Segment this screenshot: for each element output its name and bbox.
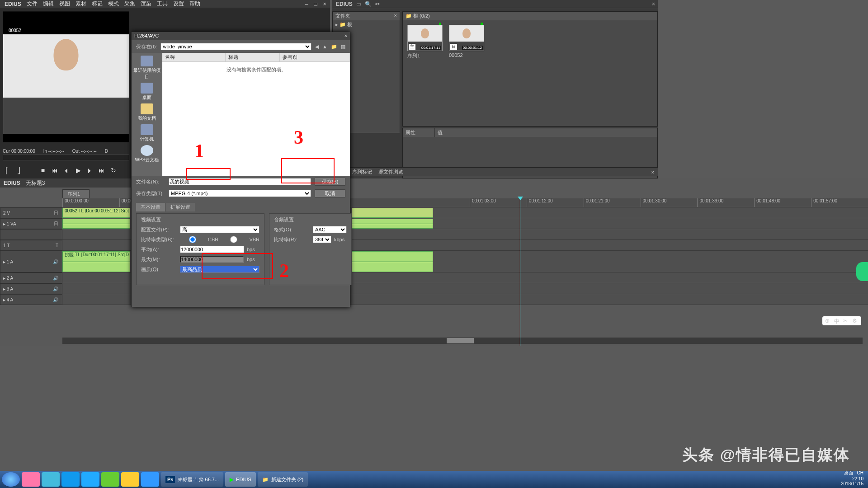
tab-src-browse[interactable]: 源文件浏览 [378,169,403,175]
folder-root[interactable]: ▸ 📁 根 [333,20,400,29]
pinned-app[interactable] [22,472,40,487]
place-recent[interactable]: 最近使用的项目 [132,56,162,80]
dock-icon[interactable]: 中 [834,318,840,324]
up-icon[interactable]: ▲ [322,44,327,49]
watermark: 头条 @情非得已自媒体 [682,445,850,465]
close-icon[interactable]: × [394,13,397,19]
place-cloud[interactable]: WPS云文档 [135,145,159,163]
scrub-bar[interactable] [3,154,129,160]
filetype-select[interactable]: MPEG-4 (*.mp4) [169,190,311,197]
step-fwd-icon[interactable]: ⏵ [86,167,94,174]
menu-capture[interactable]: 采集 [124,0,135,8]
step-back-icon[interactable]: ⏴ [62,167,71,174]
empty-message: 没有与搜索条件匹配的项。 [162,62,350,73]
video-clip[interactable]: 00052 TL [Dur:00:00:51:12] Src[ [62,208,130,218]
tab-basic[interactable]: 基本设置 [136,203,165,211]
tool-icon[interactable]: ✂ [375,1,380,7]
project-title: 无标题3 [26,179,45,187]
dialog-title: H.264/AVC [134,33,159,39]
taskbar: Ps未标题-1 @ 66.7... ▶EDIUS 📁新建文件夹 (2) 桌面 C… [0,471,868,488]
place-desktop[interactable]: 桌面 [141,83,153,101]
search-icon[interactable]: 🔍 [365,1,372,7]
file-list[interactable]: 名称 标题 参与创 没有与搜索条件匹配的项。 [162,53,350,176]
task-edius[interactable]: ▶EDIUS [225,472,256,487]
start-button[interactable] [2,472,20,487]
dock-icon[interactable]: ✂ [843,318,849,324]
h-scrollbar[interactable] [62,338,863,344]
pinned-app[interactable] [61,472,80,487]
audio-clip[interactable] [62,219,130,229]
side-widget[interactable] [856,262,868,281]
audio-clip[interactable]: 挑匿 TL [Dur:00:01:17:11] Src[D [62,251,130,272]
pinned-app[interactable] [101,472,119,487]
back-icon[interactable]: ◀ [315,44,319,50]
mark-in-icon[interactable]: ⎡ [3,167,11,174]
close-icon[interactable]: × [652,1,655,7]
audio-clip[interactable] [352,251,433,272]
dock-icon[interactable]: ⚙ [852,318,859,324]
col-part[interactable]: 参与创 [280,53,350,61]
menu-mode[interactable]: 模式 [108,0,119,8]
play-icon[interactable]: ▶ [74,167,82,174]
edius-bin-window: EDIUS ▭ 🔍 ✂ × 文件夹× ▸ 📁 根 📁 根 (0/2) 主00:0… [332,0,658,178]
col-name[interactable]: 名称 [162,53,226,61]
close-icon[interactable]: × [321,1,328,7]
vbr-radio[interactable] [221,236,246,243]
stop-icon[interactable]: ■ [39,167,47,174]
filetype-label: 保存类型(T): [136,190,165,197]
menu-edit[interactable]: 编辑 [43,0,54,8]
dock-icon[interactable]: ⊕ [825,318,831,324]
tab-extended[interactable]: 扩展设置 [166,203,195,211]
cbr-radio[interactable] [180,236,205,243]
maximize-icon[interactable]: □ [312,1,319,7]
video-clip[interactable] [352,208,433,218]
system-tray[interactable]: 桌面 CH 22:102018/11/15 [841,470,863,486]
menu-view[interactable]: 视图 [59,0,70,8]
prop-col-val: 值 [434,128,657,137]
avg-bitrate-input[interactable] [180,246,244,253]
pinned-app[interactable] [42,472,60,487]
sequence-tab[interactable]: 序列1 [62,189,90,199]
menu-file[interactable]: 文件 [27,0,38,8]
audio-bitrate-select[interactable]: 384 [313,236,331,243]
menu-settings[interactable]: 设置 [173,0,184,8]
menu-clip[interactable]: 素材 [75,0,86,8]
mark-out-icon[interactable]: ⎦ [14,167,23,174]
cancel-button[interactable]: 取消 [315,189,345,197]
bin-item-label: 00052 [449,51,484,58]
close-icon[interactable]: × [651,169,654,175]
menu-help[interactable]: 帮助 [189,0,200,8]
bin-item[interactable]: 主00:01:17;11 序列1 [407,25,443,59]
menu-render[interactable]: 渲染 [141,0,151,8]
rewind-icon[interactable]: ⏮ [51,167,59,174]
bin-item[interactable]: 日00:00:51;12 00052 [449,25,484,59]
profile-select[interactable]: 高 [180,226,259,233]
annotation-box-3 [281,158,335,183]
settings-dock[interactable]: ⊕中✂⚙ [822,316,861,325]
new-folder-icon[interactable]: 📁 [331,44,337,50]
col-title[interactable]: 标题 [226,53,280,61]
loop-icon[interactable]: ↻ [109,167,118,174]
ffwd-icon[interactable]: ⏭ [98,167,106,174]
annotation-box-2 [202,253,273,279]
save-folder-select[interactable]: wode_yinyue [160,43,311,50]
task-photoshop[interactable]: Ps未标题-1 @ 66.7... [161,472,223,487]
place-documents[interactable]: 我的文档 [138,103,156,122]
folder-icon[interactable]: ▭ [356,1,361,7]
view-icon[interactable]: ▦ [341,44,345,50]
audio-clip[interactable] [352,219,433,229]
close-icon[interactable]: × [344,33,347,39]
place-computer[interactable]: 计算机 [140,124,154,142]
pinned-app[interactable] [141,472,159,487]
audio-format-select[interactable]: AAC [313,226,347,233]
pinned-app[interactable] [81,472,99,487]
playhead[interactable] [520,197,520,346]
menu-tools[interactable]: 工具 [157,0,168,8]
audio-title: 音频设置 [274,216,347,223]
minimize-icon[interactable]: – [303,1,310,7]
menu-marker[interactable]: 标记 [92,0,103,8]
task-folder[interactable]: 📁新建文件夹 (2) [258,472,308,487]
track-headers: 2 V日 ▸ 1 VA日 1 TT ▸ 1 A🔊 ▸ 2 A🔊 ▸ 3 A🔊 ▸… [0,198,62,346]
tab-seq-markers[interactable]: 序列标记 [352,169,372,175]
pinned-app[interactable] [121,472,139,487]
